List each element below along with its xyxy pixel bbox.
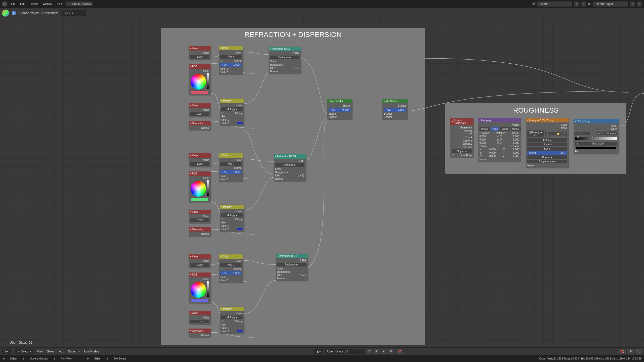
node-refraction-1[interactable]: ▾Refraction BSDF BSDF Beckmann ▾ Color R… xyxy=(269,47,301,74)
node-value-4[interactable]: ▾Value Value0.015 xyxy=(189,210,211,223)
node-value-6[interactable]: ▾Value Value0.025 xyxy=(189,311,211,325)
node-multiply-2[interactable]: ▾Multiply Color Multiply ▾ ☐Clamp Fac: C… xyxy=(220,205,244,232)
fac-2[interactable]: Fac:1.000 xyxy=(220,170,242,174)
ramp-interp[interactable]: Linear ▾ xyxy=(606,131,617,135)
ramp-add[interactable]: + xyxy=(575,132,579,135)
image-open[interactable]: 📁 xyxy=(555,132,561,135)
node-mix-color-2[interactable]: ▾Color Color Mix ▾ ☐Clamp Fac:1.000 Colo… xyxy=(219,153,243,182)
object-field[interactable]: Object ⌕ xyxy=(452,149,472,153)
mixshader-2-fac[interactable]: Fac:0.100 xyxy=(384,108,406,112)
surface-project-checkbox[interactable]: ✓ xyxy=(12,11,16,15)
renderlayer-field[interactable]: RenderLayer xyxy=(593,2,628,7)
distribution-1[interactable]: Beckmann ▾ xyxy=(270,56,299,59)
image-fake[interactable]: F xyxy=(550,132,555,135)
node-rgb-3[interactable]: ▾RGB Color xyxy=(189,273,211,303)
color-swatch-3[interactable] xyxy=(191,299,208,302)
footer-add[interactable]: Add xyxy=(59,350,64,353)
value-5-field[interactable]: 7.000 xyxy=(190,263,209,267)
mix-type-2[interactable]: Mix ▾ xyxy=(220,162,242,166)
ramp-color-swatch[interactable] xyxy=(576,147,616,149)
mixshader-1-fac[interactable]: Fac:0.500 xyxy=(329,108,351,112)
material-users[interactable]: 7 xyxy=(367,349,372,354)
value-1-field[interactable]: 1.300 xyxy=(190,55,209,59)
node-geometry-1[interactable]: ▾Geometry Normal xyxy=(189,121,211,130)
cursor-3d-icon[interactable] xyxy=(2,10,9,17)
renderlayer-icon[interactable]: 🖼 xyxy=(588,3,591,5)
blend-field[interactable]: Blend:0.166 xyxy=(527,151,567,155)
ramp-pos[interactable]: Pos: 0.394 xyxy=(579,142,617,146)
value-slider-2[interactable] xyxy=(207,180,209,196)
node-geometry-3[interactable]: ▾Geometry Normal xyxy=(189,329,211,338)
material-unlink-button[interactable]: ✕ xyxy=(388,349,394,354)
node-value-3[interactable]: ▾Value Value1.300 xyxy=(189,153,211,167)
node-mix-color-1[interactable]: ▾Color Color Mix ▾ ☐Clamp Fac:1.000 Colo… xyxy=(219,46,243,74)
layer-add-button[interactable]: + xyxy=(630,2,635,7)
node-geometry-2[interactable]: ▾Geometry Normal xyxy=(189,227,211,236)
node-editor-canvas[interactable]: REFRACTION + DISPERSION ROUGHNESS xyxy=(0,18,644,347)
value-3-field[interactable]: 1.300 xyxy=(190,162,209,166)
material-name-field[interactable]: Uber_Glass_01 xyxy=(325,349,365,354)
node-multiply-1[interactable]: ▾Multiply Color Multiply ▾ ☐Clamp Fac: C… xyxy=(220,99,244,125)
node-mix-shader-1[interactable]: ▾Mix Shader Shader Fac:0.500 Shader Shad… xyxy=(327,99,352,119)
extension-dd[interactable]: Repeat ▾ xyxy=(527,155,567,159)
image-unlink[interactable]: ✕ xyxy=(562,132,567,135)
menu-edit[interactable]: Edit xyxy=(20,3,24,5)
color-wheel-3[interactable] xyxy=(191,282,206,298)
orientation-dropdown[interactable]: View ▾ xyxy=(61,10,86,16)
backdrop-toggle[interactable]: ⛶ xyxy=(635,349,642,354)
distribution-3[interactable]: Beckmann ▾ xyxy=(277,263,306,266)
mode-dropdown[interactable]: ↗ Object ▾ xyxy=(15,349,33,354)
editor-type-dropdown[interactable]: ⊚▾ xyxy=(2,349,11,354)
mult-type-2[interactable]: Multiply ▾ xyxy=(221,213,243,217)
scene-icon[interactable]: 🎬 xyxy=(532,3,535,5)
projection-dd[interactable]: Box ▾ xyxy=(527,147,567,151)
scene-delete-button[interactable]: × xyxy=(581,2,586,7)
layer-delete-button[interactable]: × xyxy=(637,2,642,7)
ramp-del[interactable]: − xyxy=(580,132,584,135)
ramp-tools[interactable]: ⌄ xyxy=(585,132,590,135)
image-users[interactable]: 3 xyxy=(545,132,549,135)
node-refraction-3[interactable]: ▾Refraction BSDF BSDF Beckmann ▾ Color R… xyxy=(276,254,308,281)
node-texture-coordinate[interactable]: ▾Texture Coordinate Generated Normal UV … xyxy=(450,118,473,158)
value-2-field[interactable]: 0.007 xyxy=(190,112,209,116)
node-image-texture[interactable]: ▾hexagon-2822770.jpg Color Alpha 🖼 hexag… xyxy=(526,118,569,168)
footer-node[interactable]: Node xyxy=(68,350,75,353)
pin-button[interactable]: 📌 xyxy=(396,349,403,354)
mix-type-1[interactable]: Mix ▾ xyxy=(220,55,242,59)
menu-help[interactable]: Help xyxy=(57,3,62,5)
node-rgb-1[interactable]: ▾RGB Color xyxy=(189,64,211,95)
source-dd[interactable]: Single Image ▾ xyxy=(527,160,567,163)
app-logo-icon[interactable] xyxy=(2,2,7,7)
color-ramp-gradient[interactable] xyxy=(575,137,617,140)
snap-toggle[interactable]: 🧲 xyxy=(618,349,626,354)
mult-type-3[interactable]: Multiply ▾ xyxy=(221,315,243,319)
mult-type-1[interactable]: Multiply ▾ xyxy=(221,107,243,111)
node-value-2[interactable]: ▾Value Value 0.007 xyxy=(189,103,211,117)
fac-1[interactable]: Fac:1.000 xyxy=(220,63,242,67)
material-fake-user[interactable]: F xyxy=(374,349,379,354)
menu-window[interactable]: Window xyxy=(43,3,52,5)
image-browse[interactable]: 🖼 hexagon-2... xyxy=(527,130,544,137)
node-multiply-3[interactable]: ▾Multiply Color Multiply ▾ ☐Clamp Fac: C… xyxy=(220,307,244,334)
footer-view[interactable]: View xyxy=(37,350,44,353)
material-slot-icon[interactable]: ◐▾ xyxy=(314,349,323,354)
use-nodes-checkbox[interactable]: ✓ xyxy=(78,350,80,353)
back-to-previous-button[interactable]: ↩ Back to Previous xyxy=(66,2,93,6)
color-wheel-1[interactable] xyxy=(191,74,206,89)
distribution-2[interactable]: Beckmann ▾ xyxy=(275,163,304,167)
value-slider-1[interactable] xyxy=(207,73,209,89)
scene-add-button[interactable]: + xyxy=(574,2,579,7)
node-value-1[interactable]: ▾Value Value 1.300 xyxy=(189,46,211,60)
fac-3[interactable]: Fac:1.000 xyxy=(220,271,242,275)
ramp-index[interactable]: 0 xyxy=(575,142,579,146)
scene-name-field[interactable]: Scene xyxy=(537,2,572,7)
interp-dd[interactable]: Linear ▾ xyxy=(527,143,567,146)
node-mapping[interactable]: ▾Mapping Vector TexturePointVectorNormal… xyxy=(478,118,521,162)
mix-type-3[interactable]: Mix ▾ xyxy=(220,263,242,267)
color-swatch-2[interactable] xyxy=(191,198,208,201)
color-swatch-1[interactable] xyxy=(191,91,208,94)
value-slider-3[interactable] xyxy=(207,281,209,297)
color-wheel-2[interactable] xyxy=(191,181,206,197)
ramp-mode[interactable]: RGB xyxy=(597,132,605,135)
material-new-button[interactable]: + xyxy=(381,349,386,354)
